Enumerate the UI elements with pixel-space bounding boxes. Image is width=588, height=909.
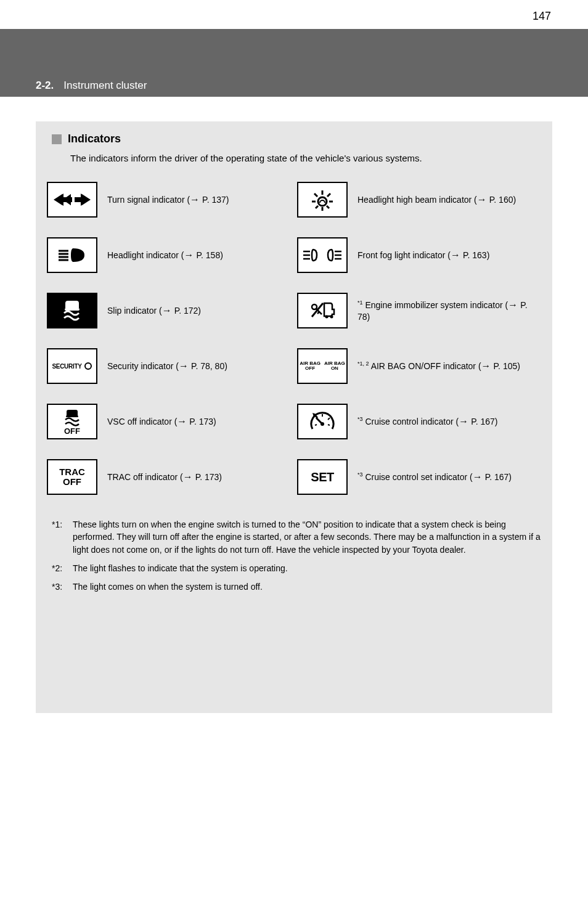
indicator-row: Slip indicator (→P. 172) (47, 287, 291, 335)
bullet-square-icon (52, 134, 62, 144)
svg-marker-5 (75, 194, 89, 206)
indicator-label: Slip indicator (→P. 172) (107, 304, 291, 317)
turn-signal-icon (47, 182, 97, 218)
indicator-row: *3 Cruise control indicator (→P. 167) (297, 397, 541, 446)
header-section-title: Instrument cluster (63, 79, 147, 92)
headlight-indicator-icon (47, 237, 97, 273)
svg-line-36 (316, 418, 322, 424)
page-number: 147 (0, 0, 588, 23)
svg-line-20 (316, 206, 318, 208)
header-section-number: 2-2. (36, 79, 54, 92)
front-fog-light-icon (297, 237, 348, 273)
svg-point-14 (318, 197, 327, 206)
svg-line-21 (327, 206, 329, 208)
trac-off-icon: TRAC OFF (47, 459, 97, 495)
footnote: *1: These lights turn on when the engine… (52, 518, 541, 556)
svg-line-42 (328, 425, 330, 425)
indicator-label: *3 Cruise control indicator (→P. 167) (357, 415, 541, 428)
footnote-marker: *3: (52, 581, 67, 593)
footnote: *2: The light flashes to indicate that t… (52, 562, 541, 574)
indicator-label: Front fog light indicator (→P. 163) (357, 248, 541, 262)
indicator-row: AIR BAGOFF AIR BAGON *1, 2 AIR BAG ON/OF… (297, 342, 541, 390)
indicator-label: Security indicator (→P. 78, 80) (107, 359, 291, 373)
svg-line-41 (315, 425, 317, 425)
indicator-label: TRAC off indicator (→P. 173) (107, 470, 291, 484)
footnote-text: These lights turn on when the engine swi… (73, 518, 541, 556)
indicator-label: *3 Cruise control set indicator (→P. 167… (357, 470, 541, 484)
svg-point-29 (325, 316, 329, 319)
left-column: Turn signal indicator (→P. 137) Headligh… (47, 176, 291, 501)
indicator-label: Headlight high beam indicator (→P. 160) (357, 193, 541, 206)
indicator-label: *1, 2 AIR BAG ON/OFF indicator (→P. 105) (357, 359, 541, 373)
indicator-label: *1 Engine immobilizer system indicator (… (357, 298, 541, 323)
svg-line-40 (328, 418, 330, 420)
footnotes: *1: These lights turn on when the engine… (52, 518, 541, 593)
engine-immobilizer-icon (297, 293, 348, 328)
content-box: Indicators The indicators inform the dri… (36, 121, 552, 713)
svg-point-11 (85, 363, 91, 369)
slip-indicator-icon (47, 293, 97, 328)
vsc-off-icon: OFF (47, 404, 97, 439)
svg-line-16 (314, 194, 317, 197)
indicator-row: SECURITY Security indicator (→P. 78, 80) (47, 342, 291, 390)
indicator-row: Headlight high beam indicator (→P. 160) (297, 176, 541, 224)
indicator-row: Front fog light indicator (→P. 163) (297, 231, 541, 279)
footnote-text: The light comes on when the system is tu… (73, 581, 263, 593)
subheading-title: Indicators (68, 132, 121, 145)
indicator-row: SET *3 Cruise control set indicator (→P.… (297, 453, 541, 501)
indicator-label: Turn signal indicator (→P. 137) (107, 193, 291, 206)
indicator-row: OFF VSC off indicator (→P. 173) (47, 397, 291, 446)
high-beam-icon (297, 182, 348, 218)
svg-point-30 (330, 316, 333, 319)
indicator-row: *1 Engine immobilizer system indicator (… (297, 287, 541, 335)
subheading-row: Indicators (52, 132, 541, 145)
security-indicator-icon: SECURITY (47, 348, 97, 384)
indicator-label: VSC off indicator (→P. 173) (107, 415, 291, 428)
indicator-row: Turn signal indicator (→P. 137) (47, 176, 291, 224)
cruise-control-icon (297, 404, 348, 439)
svg-text:OFF: OFF (64, 426, 80, 436)
footnote-marker: *1: (52, 518, 67, 556)
footnote-text: The light flashes to indicate that the s… (73, 562, 288, 574)
indicator-row: TRAC OFF TRAC off indicator (→P. 173) (47, 453, 291, 501)
intro-text: The indicators inform the driver of the … (70, 152, 541, 165)
airbag-onoff-icon: AIR BAGOFF AIR BAGON (297, 348, 348, 384)
cruise-set-icon: SET (297, 459, 348, 495)
footnote: *3: The light comes on when the system i… (52, 581, 541, 593)
indicator-row: Headlight indicator (→P. 158) (47, 231, 291, 279)
svg-point-31 (312, 304, 317, 309)
footnote-marker: *2: (52, 562, 67, 574)
page-header: 2-2. Instrument cluster (0, 29, 588, 97)
svg-line-17 (327, 194, 330, 197)
svg-marker-4 (55, 194, 70, 206)
svg-rect-10 (65, 308, 80, 311)
svg-rect-12 (66, 415, 78, 417)
right-column: Headlight high beam indicator (→P. 160) (297, 176, 541, 501)
svg-line-33 (317, 312, 319, 314)
indicator-label: Headlight indicator (→P. 158) (107, 248, 291, 262)
